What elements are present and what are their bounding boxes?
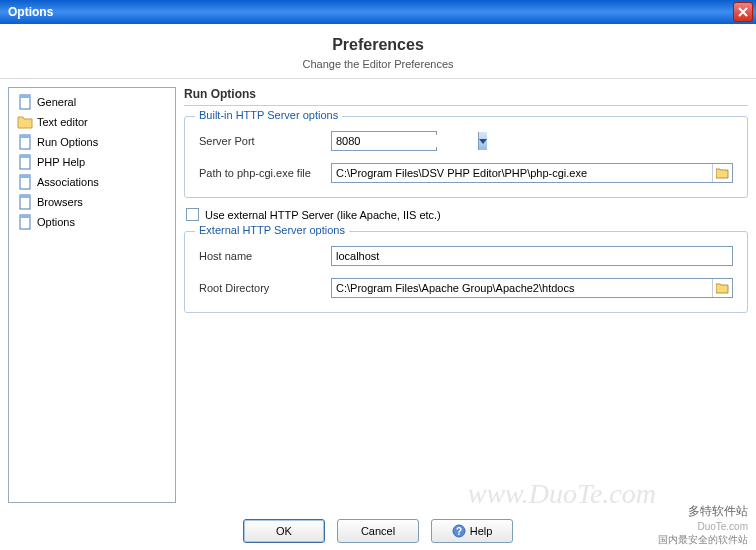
sidebar-item-label: Options: [37, 216, 75, 228]
chevron-down-icon: [479, 139, 487, 144]
host-row: Host name: [199, 246, 733, 266]
page-icon: [17, 214, 33, 230]
svg-text:?: ?: [456, 526, 462, 537]
external-server-group: External HTTP Server options Host name R…: [184, 231, 748, 313]
help-icon: ?: [452, 524, 466, 538]
sidebar-item-label: Browsers: [37, 196, 83, 208]
svg-rect-3: [20, 135, 30, 138]
button-bar: OK Cancel ? Help: [0, 511, 756, 550]
sidebar-item-label: Run Options: [37, 136, 98, 148]
page-title: Preferences: [0, 36, 756, 54]
help-button[interactable]: ? Help: [431, 519, 513, 543]
ok-button[interactable]: OK: [243, 519, 325, 543]
folder-open-icon: [716, 282, 730, 294]
host-input[interactable]: [331, 246, 733, 266]
builtin-server-group: Built-in HTTP Server options Server Port…: [184, 116, 748, 198]
page-icon: [17, 154, 33, 170]
cancel-button[interactable]: Cancel: [337, 519, 419, 543]
root-dir-row: Root Directory: [199, 278, 733, 298]
root-dir-field-wrap: [331, 278, 733, 298]
php-path-label: Path to php-cgi.exe file: [199, 167, 323, 179]
sidebar-item-php-help[interactable]: PHP Help: [13, 152, 171, 172]
help-label: Help: [470, 525, 493, 537]
sidebar: General Text editor Run Options PHP Help…: [8, 87, 176, 503]
php-path-row: Path to php-cgi.exe file: [199, 163, 733, 183]
sidebar-item-associations[interactable]: Associations: [13, 172, 171, 192]
page-icon: [17, 94, 33, 110]
root-dir-input[interactable]: [332, 279, 712, 297]
close-button[interactable]: [733, 2, 753, 22]
port-combo[interactable]: [331, 131, 437, 151]
content: General Text editor Run Options PHP Help…: [0, 79, 756, 511]
php-path-input[interactable]: [332, 164, 712, 182]
folder-open-icon: [716, 167, 730, 179]
port-row: Server Port: [199, 131, 733, 151]
php-path-field-wrap: [331, 163, 733, 183]
root-dir-browse-button[interactable]: [712, 279, 732, 297]
builtin-legend: Built-in HTTP Server options: [195, 109, 342, 121]
page-subtitle: Change the Editor Preferences: [0, 58, 756, 70]
header: Preferences Change the Editor Preference…: [0, 24, 756, 79]
svg-rect-11: [20, 215, 30, 218]
page-icon: [17, 194, 33, 210]
root-dir-label: Root Directory: [199, 282, 323, 294]
sidebar-item-label: Text editor: [37, 116, 88, 128]
use-external-label: Use external HTTP Server (like Apache, I…: [205, 209, 441, 221]
use-external-row: Use external HTTP Server (like Apache, I…: [184, 208, 748, 221]
page-icon: [17, 174, 33, 190]
port-label: Server Port: [199, 135, 323, 147]
window-title: Options: [8, 5, 53, 19]
sidebar-item-label: PHP Help: [37, 156, 85, 168]
folder-icon: [17, 114, 33, 130]
sidebar-item-options[interactable]: Options: [13, 212, 171, 232]
sidebar-item-run-options[interactable]: Run Options: [13, 132, 171, 152]
sidebar-item-text-editor[interactable]: Text editor: [13, 112, 171, 132]
main-panel: Run Options Built-in HTTP Server options…: [184, 87, 748, 503]
php-path-browse-button[interactable]: [712, 164, 732, 182]
external-legend: External HTTP Server options: [195, 224, 349, 236]
sidebar-item-label: Associations: [37, 176, 99, 188]
page-icon: [17, 134, 33, 150]
host-label: Host name: [199, 250, 323, 262]
titlebar: Options: [0, 0, 756, 24]
port-input[interactable]: [332, 135, 478, 147]
use-external-checkbox[interactable]: [186, 208, 199, 221]
sidebar-item-general[interactable]: General: [13, 92, 171, 112]
svg-rect-7: [20, 175, 30, 178]
close-icon: [738, 7, 748, 17]
svg-rect-1: [20, 95, 30, 98]
sidebar-item-browsers[interactable]: Browsers: [13, 192, 171, 212]
sidebar-item-label: General: [37, 96, 76, 108]
section-title: Run Options: [184, 87, 748, 106]
port-dropdown-button[interactable]: [478, 132, 487, 150]
svg-rect-5: [20, 155, 30, 158]
svg-rect-9: [20, 195, 30, 198]
